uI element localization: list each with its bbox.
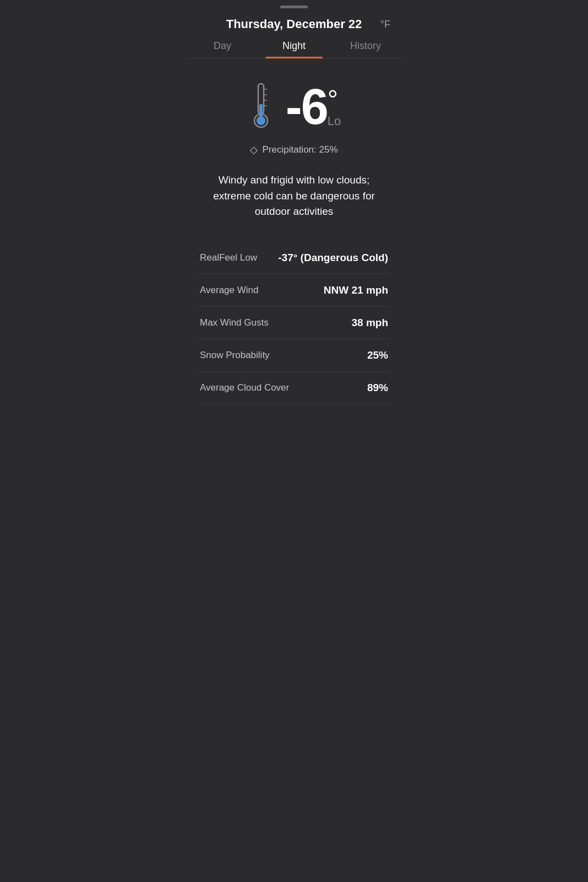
temperature-unit: °F	[380, 19, 390, 30]
weather-description: Windy and frigid with low clouds; extrem…	[198, 172, 390, 220]
detail-row-wind: Average Wind NNW 21 mph	[198, 274, 390, 307]
detail-row-realfeel: RealFeel Low -37° (Dangerous Cold)	[198, 242, 390, 274]
detail-value-realfeel: -37° (Dangerous Cold)	[278, 252, 388, 264]
detail-row-wind-gusts: Max Wind Gusts 38 mph	[198, 307, 390, 339]
tab-bar: Day Night History	[187, 36, 401, 59]
detail-value-wind: NNW 21 mph	[324, 284, 388, 296]
tab-history[interactable]: History	[330, 40, 401, 58]
temperature-value: -6	[286, 82, 328, 132]
detail-label-wind: Average Wind	[200, 285, 258, 296]
header-date: Thursday, December 22	[198, 17, 390, 31]
temperature-display: -6 ° Lo	[286, 82, 341, 132]
precipitation-icon: ◇	[250, 144, 258, 156]
tab-day[interactable]: Day	[187, 40, 258, 58]
drag-handle	[187, 0, 401, 12]
svg-rect-5	[259, 104, 263, 114]
temp-label: Lo	[328, 114, 341, 128]
thermometer-icon	[247, 81, 275, 133]
detail-label-realfeel: RealFeel Low	[200, 252, 257, 263]
detail-value-wind-gusts: 38 mph	[351, 317, 388, 329]
drag-handle-bar	[280, 6, 308, 8]
details-list: RealFeel Low -37° (Dangerous Cold) Avera…	[198, 242, 390, 404]
temperature-section: -6 ° Lo	[198, 81, 390, 133]
detail-value-cloud: 89%	[367, 382, 388, 394]
main-content: -6 ° Lo ◇ Precipitation: 25% Windy and f…	[187, 59, 401, 415]
svg-rect-8	[259, 113, 263, 121]
temperature-suffix: ° Lo	[328, 86, 341, 128]
header: Thursday, December 22 °F	[187, 12, 401, 36]
detail-label-cloud: Average Cloud Cover	[200, 382, 289, 393]
detail-label-wind-gusts: Max Wind Gusts	[200, 317, 269, 328]
precipitation-row: ◇ Precipitation: 25%	[198, 144, 390, 156]
detail-value-snow: 25%	[367, 349, 388, 361]
detail-label-snow: Snow Probability	[200, 350, 270, 361]
degree-symbol: °	[328, 86, 341, 113]
detail-row-snow: Snow Probability 25%	[198, 339, 390, 372]
precipitation-text: Precipitation: 25%	[262, 144, 337, 155]
detail-row-cloud: Average Cloud Cover 89%	[198, 372, 390, 404]
tab-night[interactable]: Night	[258, 40, 330, 58]
